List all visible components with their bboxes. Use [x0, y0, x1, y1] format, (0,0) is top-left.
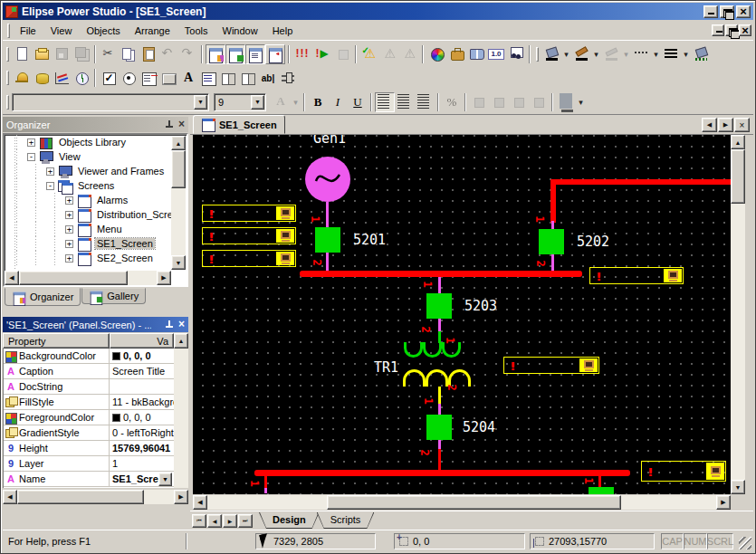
breaker-5203[interactable]	[426, 293, 452, 319]
column-value[interactable]: Va	[110, 333, 174, 349]
grow-width-button[interactable]	[509, 92, 529, 112]
feeder-line-vertical[interactable]	[550, 179, 556, 223]
property-row-gradientstyle[interactable]: GradientStyle 0 - leftToRight	[4, 425, 187, 441]
toolbar-grip[interactable]	[6, 47, 9, 62]
minimize-button[interactable]	[703, 5, 718, 18]
terminal-label[interactable]: 1	[423, 281, 432, 287]
menu-help[interactable]: Help	[265, 23, 301, 39]
properties-toggle-button[interactable]	[245, 44, 265, 64]
terminal-label[interactable]: 1	[311, 215, 320, 222]
alarm-display-5[interactable]: !	[503, 357, 599, 374]
tree-scroll-thumb[interactable]	[19, 271, 128, 285]
transformer-primary-winding[interactable]	[404, 342, 461, 358]
property-row-caption[interactable]: ACaption Screen Title	[4, 364, 187, 379]
scroll-left-icon[interactable]: ◀	[5, 271, 19, 285]
menu-arrange[interactable]: Arrange	[128, 23, 177, 39]
tree-expander[interactable]: +	[65, 225, 73, 234]
alarm-display-4[interactable]: !	[589, 267, 684, 284]
redo-button[interactable]	[178, 44, 198, 64]
brush-color-dropdown[interactable]	[591, 44, 601, 64]
connector-line[interactable]	[438, 404, 441, 415]
terminal-label[interactable]: 2	[536, 260, 545, 266]
setpoint-control-button[interactable]	[238, 68, 258, 88]
grid-scroll-thumb[interactable]	[17, 490, 144, 504]
scroll-up-icon[interactable]: ▲	[731, 135, 745, 149]
search-button[interactable]	[506, 44, 526, 64]
terminal-label[interactable]: 1	[424, 397, 433, 404]
tree-expander[interactable]: +	[65, 240, 73, 248]
transformer-label[interactable]: TR1	[374, 359, 398, 376]
tree-expander[interactable]: -	[27, 153, 35, 161]
tab-scroll-left-icon[interactable]: ◀	[702, 118, 717, 132]
toolbar-grip[interactable]	[6, 71, 9, 85]
connector-line[interactable]	[438, 277, 441, 293]
line-color-dropdown[interactable]	[621, 44, 631, 64]
close-button[interactable]	[736, 5, 751, 18]
scroll-left-icon[interactable]: ◀	[193, 495, 207, 510]
next-view-icon[interactable]: ▶	[223, 514, 237, 528]
menu-file[interactable]: File	[13, 23, 43, 39]
tree-item-screens[interactable]: - Screens	[5, 178, 187, 193]
mdi-restore-button[interactable]	[725, 24, 738, 36]
cut-button[interactable]	[99, 44, 119, 64]
scroll-right-icon[interactable]: ▶	[157, 271, 171, 285]
font-size-dropdown[interactable]: ▼	[251, 95, 264, 110]
busbar-lower[interactable]	[254, 470, 630, 476]
save-all-button[interactable]	[72, 44, 91, 64]
italic-button[interactable]: I	[328, 92, 348, 112]
scroll-down-icon[interactable]: ▼	[171, 255, 186, 270]
document-tab-se1-screen[interactable]: SE1_Screen	[193, 115, 285, 134]
connector-line[interactable]	[438, 319, 441, 331]
property-row-foregroundcolor[interactable]: ForegroundColor 0, 0, 0	[4, 410, 187, 425]
breaker-5204[interactable]	[426, 415, 452, 440]
last-view-icon[interactable]: ⏭	[238, 514, 253, 528]
connector-line[interactable]	[264, 488, 267, 493]
property-row-backgroundcolor[interactable]: BackgroundColor 0, 0, 0	[4, 349, 187, 364]
winding-stem-secondary[interactable]	[438, 387, 441, 404]
grid-scroll-up-icon[interactable]: ▲	[174, 333, 188, 349]
run-application-button[interactable]	[312, 44, 332, 64]
library-button[interactable]	[466, 44, 486, 64]
font-color-button[interactable]: A	[271, 92, 291, 112]
connector-line[interactable]	[438, 449, 441, 470]
chart-object-button[interactable]	[52, 68, 72, 88]
pin-icon[interactable]	[166, 120, 173, 129]
combobox-control-button[interactable]	[139, 68, 158, 88]
tab-organizer[interactable]: Organizer	[5, 288, 81, 306]
organizer-toggle-button[interactable]	[206, 44, 225, 64]
tree-item-se2-screen[interactable]: + SE2_Screen	[5, 251, 187, 265]
breaker-5203-label[interactable]: 5203	[464, 298, 497, 314]
tab-scripts[interactable]: Scripts	[317, 512, 375, 529]
breaker-5201-label[interactable]: 5201	[353, 232, 386, 248]
bold-button[interactable]: B	[308, 92, 328, 112]
tree-horizontal-scrollbar[interactable]: ◀ ▶	[5, 271, 171, 285]
property-row-layer[interactable]: 9Layer 1	[4, 456, 187, 472]
tree-item-se1-screen[interactable]: + SE1_Screen	[5, 236, 187, 251]
tree-item-objects-library[interactable]: + Objects Library	[5, 135, 187, 149]
scroll-down-icon[interactable]: ▼	[731, 480, 745, 494]
canvas-horizontal-scrollbar[interactable]: ◀ ▶	[193, 495, 731, 510]
alarm-display-1[interactable]: !	[202, 205, 296, 222]
mdi-close-button[interactable]	[739, 24, 751, 36]
organizer-panel-titlebar[interactable]: Organizer ×	[3, 117, 188, 132]
fill-color-button[interactable]	[541, 44, 561, 64]
export-button[interactable]	[446, 44, 466, 64]
align-left-button[interactable]	[375, 92, 395, 112]
tab-close-icon[interactable]: ×	[734, 118, 750, 132]
text-control-button[interactable]: A	[178, 68, 198, 88]
alarm-display-3[interactable]: !	[202, 250, 296, 267]
underline-button[interactable]: U	[348, 92, 368, 112]
terminal-label[interactable]: 1	[250, 480, 259, 486]
copy-button[interactable]	[119, 44, 139, 64]
button-control-button[interactable]	[158, 68, 178, 88]
design-canvas[interactable]: Gen1 1 5201 2 ! ! ! 1 5202 2	[193, 135, 731, 494]
toolbar-grip[interactable]	[536, 47, 539, 62]
transformer-secondary-winding[interactable]	[403, 369, 471, 387]
font-color-dropdown[interactable]	[291, 92, 301, 112]
connector-line[interactable]	[551, 221, 554, 229]
breaker-5201[interactable]	[315, 227, 340, 253]
textbox-control-button[interactable]: ab|	[258, 68, 278, 88]
scroll-up-icon[interactable]: ▲	[171, 136, 186, 150]
tree-item-viewer-and-frames[interactable]: + Viewer and Frames	[5, 164, 187, 178]
scroll-right-icon[interactable]: ▶	[716, 495, 731, 510]
